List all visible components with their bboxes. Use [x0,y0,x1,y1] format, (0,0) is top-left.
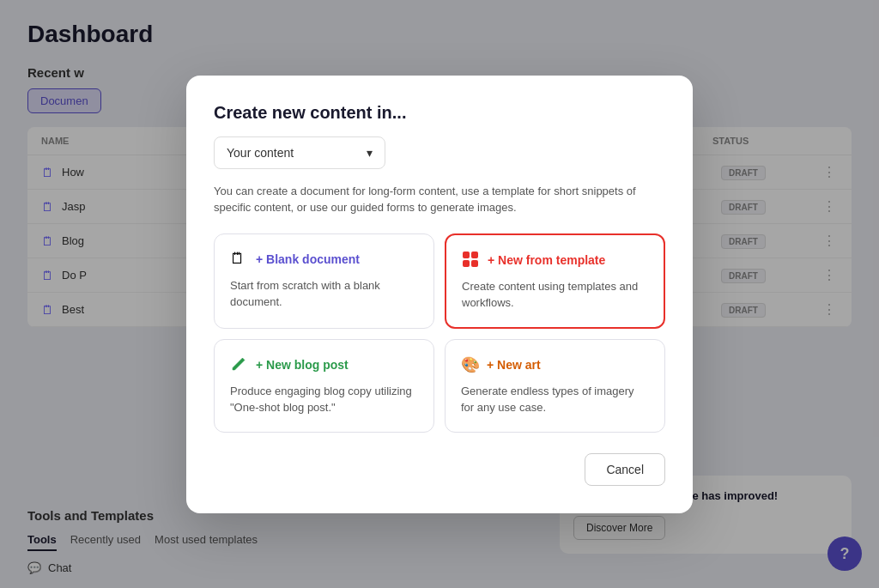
modal-description: You can create a document for long-form … [214,183,665,216]
new-blog-post-header: + New blog post [230,355,418,374]
new-from-template-desc: Create content using templates and workf… [462,278,648,312]
new-art-desc: Generate endless types of imagery for an… [461,383,649,416]
document-icon: 🗒 [230,250,249,269]
new-art-header: 🎨 + New art [461,355,649,374]
modal-footer: Cancel [214,453,665,486]
chevron-down-icon: ▾ [367,146,373,160]
svg-rect-2 [463,260,470,267]
new-art-title: + New art [487,358,541,372]
blank-document-option[interactable]: 🗒 + Blank document Start from scratch wi… [214,233,434,329]
blank-document-desc: Start from scratch with a blank document… [230,277,418,311]
modal-title: Create new content in... [214,103,665,123]
content-location-dropdown[interactable]: Your content ▾ [214,136,385,169]
create-content-modal: Create new content in... Your content ▾ … [186,76,693,513]
blank-document-title: + Blank document [256,252,360,266]
new-art-option[interactable]: 🎨 + New art Generate endless types of im… [445,339,665,433]
blog-pen-icon [230,355,249,374]
modal-overlay: Create new content in... Your content ▾ … [0,0,879,588]
svg-rect-0 [463,252,470,258]
content-options-grid: 🗒 + Blank document Start from scratch wi… [214,233,665,433]
svg-rect-1 [471,252,478,258]
new-from-template-title: + New from template [488,253,605,267]
template-grid-icon [462,251,481,270]
new-from-template-option[interactable]: + New from template Create content using… [445,233,665,329]
blank-document-header: 🗒 + Blank document [230,250,418,269]
new-from-template-header: + New from template [462,251,648,270]
new-blog-post-option[interactable]: + New blog post Produce engaging blog co… [214,339,434,433]
art-icon: 🎨 [461,355,480,374]
dropdown-label: Your content [227,146,294,160]
new-blog-post-desc: Produce engaging blog copy utilizing "On… [230,383,418,416]
cancel-button[interactable]: Cancel [585,453,665,486]
svg-rect-3 [471,260,478,267]
new-blog-post-title: + New blog post [256,358,349,372]
